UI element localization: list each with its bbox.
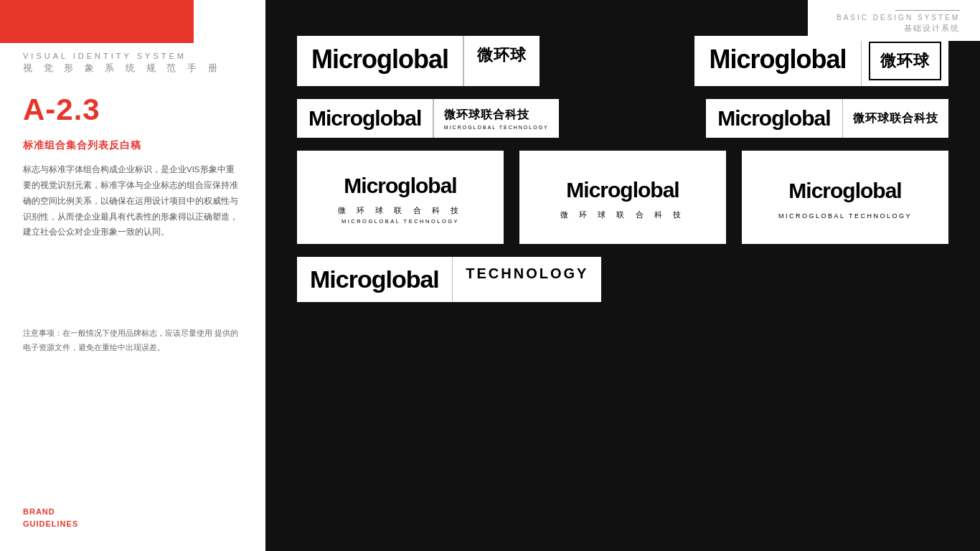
logo-combo-1: Microglobal 微环球 <box>297 36 540 86</box>
logo-cn-full-3: 微环球联合科技 <box>444 108 549 123</box>
sidebar-header: VISUAL IDENTITY SYSTEM 视 觉 形 象 系 统 规 范 手… <box>0 0 265 75</box>
section-subtitle: 标准组合集合列表反白稿 <box>23 139 242 152</box>
logo-microglobal-2: Microglobal <box>694 36 860 86</box>
logo-combo-3: Microglobal 微环球联合科技 MICROGLOBAL TECHNOLO… <box>297 99 559 138</box>
logo-box-1-cn: 微 环 球 联 合 科 技 <box>338 205 462 216</box>
logo-cn-full-4: 微环球联合科技 <box>853 111 938 126</box>
logos-row-2: Microglobal 微环球联合科技 MICROGLOBAL TECHNOLO… <box>297 99 948 138</box>
logo-combo-2: Microglobal 微环球 <box>694 36 948 86</box>
logo-combo-tech: Microglobal TECHNOLOGY <box>297 257 601 302</box>
logo-tech-main: Microglobal <box>297 257 452 302</box>
logo-box-1: Microglobal 微 环 球 联 合 科 技 MICROGLOBAL TE… <box>297 151 504 244</box>
logo-cn-1: 微环球 <box>464 36 540 86</box>
header-line <box>895 10 960 11</box>
logo-box-3-en: MICROGLOBAL TECHNOLOGY <box>778 212 912 220</box>
logo-stacked-4: 微环球联合科技 <box>843 99 948 138</box>
logo-box-1-main: Microglobal <box>344 174 456 198</box>
basic-design-cn: 基础设计系统 <box>837 23 960 34</box>
section-desc: 标志与标准字体组合构成企业标识，是企业VIS形象中重要的视觉识别元素，标准字体与… <box>23 162 242 240</box>
logos-row-4: Microglobal TECHNOLOGY <box>297 257 948 302</box>
main-panel: BASIC DESIGN SYSTEM 基础设计系统 Microglobal 微… <box>265 0 980 551</box>
logo-box-2-main: Microglobal <box>566 178 679 202</box>
brand-line2: GUIDELINES <box>23 518 78 531</box>
logos-grid: Microglobal 微环球 Microglobal 微环球 Microglo… <box>297 36 948 522</box>
logo-box-2: Microglobal 微 环 球 联 合 科 技 <box>519 151 726 244</box>
logo-stacked-3: 微环球联合科技 MICROGLOBAL TECHNOLOGY <box>434 99 559 138</box>
vis-title-cn: 视 觉 形 象 系 统 规 范 手 册 <box>23 62 265 75</box>
logo-combo-4: Microglobal 微环球联合科技 <box>706 99 948 138</box>
logo-box-3-main: Microglobal <box>788 179 901 203</box>
logo-cn-outlined-2: 微环球 <box>869 42 941 80</box>
logos-row-1: Microglobal 微环球 Microglobal 微环球 <box>297 36 948 86</box>
logo-box-2-cn: 微 环 球 联 合 科 技 <box>560 209 684 220</box>
sidebar: VISUAL IDENTITY SYSTEM 视 觉 形 象 系 统 规 范 手… <box>0 0 265 551</box>
vis-title: VISUAL IDENTITY SYSTEM 视 觉 形 象 系 统 规 范 手… <box>0 52 265 75</box>
logo-microglobal-4: Microglobal <box>706 99 842 138</box>
logo-box-3: Microglobal MICROGLOBAL TECHNOLOGY <box>742 151 948 244</box>
logo-en-sub-3: MICROGLOBAL TECHNOLOGY <box>444 125 549 130</box>
section-number: A-2.3 <box>23 95 242 125</box>
sidebar-content: A-2.3 标准组合集合列表反白稿 标志与标准字体组合构成企业标识，是企业VIS… <box>0 75 265 551</box>
logo-divider-2 <box>861 36 862 86</box>
logos-row-3: Microglobal 微 环 球 联 合 科 技 MICROGLOBAL TE… <box>297 151 948 244</box>
logo-tech-text: TECHNOLOGY <box>453 257 601 302</box>
brand-line1: BRAND <box>23 506 78 519</box>
brand-guidelines: BRAND GUIDELINES <box>23 506 78 531</box>
logo-microglobal-1: Microglobal <box>297 36 463 86</box>
logo-microglobal-3: Microglobal <box>297 99 433 138</box>
basic-design-en: BASIC DESIGN SYSTEM <box>837 14 960 22</box>
red-block <box>0 0 194 43</box>
logo-box-1-en: MICROGLOBAL TECHNOLOGY <box>341 218 459 225</box>
note-text: 注意事项：在一般情况下使用品牌标志，应该尽量使用 提供的电子资源文件，避免在重绘… <box>23 326 242 355</box>
vis-title-en: VISUAL IDENTITY SYSTEM <box>23 52 265 60</box>
top-right-header: BASIC DESIGN SYSTEM 基础设计系统 <box>808 0 980 41</box>
